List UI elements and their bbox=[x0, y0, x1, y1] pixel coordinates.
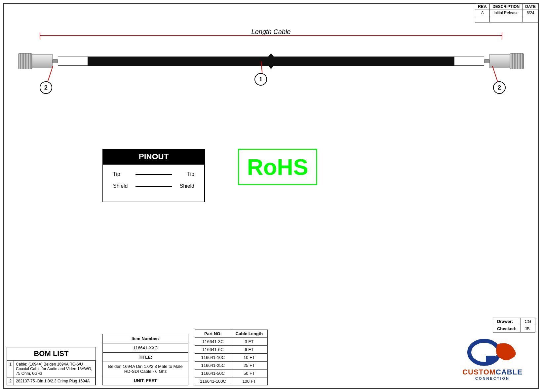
bom-desc-2: 282137-75 -Din 1.0/2.3 Crimp Plug 1694A bbox=[14, 377, 96, 385]
drawer-value: CG bbox=[521, 318, 535, 325]
item-box: Item Number: 116641-XXC TITLE: Belden 16… bbox=[102, 334, 188, 385]
callout-2-right-circle: 2 bbox=[493, 81, 506, 94]
pinout-box: PINOUT Tip Tip Shield Shield bbox=[102, 149, 205, 202]
desc-header: DESCRIPTION bbox=[490, 4, 523, 10]
part-row-50c: 116641-50C 50 FT bbox=[195, 370, 268, 377]
cable-assembly bbox=[18, 53, 524, 69]
callout-2-right: 2 bbox=[479, 66, 506, 94]
item-number-label: Item Number: bbox=[103, 334, 188, 343]
cable-length-header: Cable Length bbox=[231, 330, 267, 338]
title-value: Belden 1694A Din 1.0/2.3 Male to Male HD… bbox=[103, 362, 188, 376]
logo-graphic bbox=[466, 337, 519, 367]
part-50c: 116641-50C bbox=[195, 370, 231, 377]
bom-title: BOM LIST bbox=[7, 347, 96, 360]
pinout-tip-right: Tip bbox=[174, 171, 194, 177]
right-connector-tip bbox=[484, 59, 489, 63]
bom-num-1: 1 bbox=[7, 361, 14, 377]
pinout-content: Tip Tip Shield Shield bbox=[103, 165, 204, 202]
part-number-table: Part NO: Cable Length 116641-3C 3 FT 116… bbox=[195, 330, 268, 385]
info-table: Drawer: CG Checked: JB bbox=[493, 318, 535, 333]
part-25c: 116641-25C bbox=[195, 362, 231, 370]
join-notch-top bbox=[268, 53, 274, 57]
pinout-title: PINOUT bbox=[103, 149, 204, 165]
rev-a: A bbox=[475, 10, 490, 16]
length-50c: 50 FT bbox=[231, 370, 267, 377]
right-tick bbox=[502, 32, 502, 39]
length-25c: 25 FT bbox=[231, 362, 267, 370]
item-number-value: 116641-XXC bbox=[103, 343, 188, 353]
part-row-25c: 116641-25C 25 FT bbox=[195, 362, 268, 370]
length-label: Length Cable bbox=[252, 28, 291, 36]
rev-a-desc: Initial Release bbox=[490, 10, 523, 16]
right-knurled-nut bbox=[510, 53, 524, 69]
right-white-stripe bbox=[454, 57, 484, 66]
checked-value: JB bbox=[521, 325, 535, 333]
left-white-stripe bbox=[58, 57, 88, 66]
rev-empty-date bbox=[523, 16, 539, 22]
logo-text: CUSTOMCABLE bbox=[462, 368, 523, 376]
svg-rect-4 bbox=[486, 356, 496, 362]
logo-custom: CUSTOM bbox=[462, 368, 496, 376]
callout-1-circle: 1 bbox=[254, 73, 267, 86]
bom-desc-1: Cable: (1694A) Belden 1694A RG-6/U Coaxi… bbox=[14, 361, 96, 377]
part-10c: 116641-10C bbox=[195, 354, 231, 362]
bom-table: 1 Cable: (1694A) Belden 1694A RG-6/U Coa… bbox=[7, 360, 96, 385]
part-3c: 116641-3C bbox=[195, 338, 231, 346]
title-label: TITLE: bbox=[103, 353, 188, 362]
length-3c: 3 FT bbox=[231, 338, 267, 346]
logo-area: CUSTOMCABLE CONNECTION bbox=[449, 333, 535, 385]
part-6c: 116641-6C bbox=[195, 346, 231, 354]
bom-num-2: 2 bbox=[7, 377, 14, 385]
pinout-tip-wire bbox=[136, 174, 172, 175]
callout-2-left: 2 bbox=[40, 66, 66, 94]
rohs-text: RoHS bbox=[247, 156, 308, 178]
rev-empty-desc bbox=[490, 16, 523, 22]
rohs-badge: RoHS bbox=[238, 149, 317, 185]
rev-empty bbox=[475, 16, 490, 22]
pinout-shield-row: Shield Shield bbox=[113, 183, 194, 189]
left-connector-tip bbox=[53, 59, 58, 63]
pinout-tip-row: Tip Tip bbox=[113, 171, 194, 177]
bom-box: BOM LIST 1 Cable: (1694A) Belden 1694A R… bbox=[7, 347, 96, 385]
date-header: DATE bbox=[523, 4, 539, 10]
part-row-3c: 116641-3C 3 FT bbox=[195, 338, 268, 346]
checked-label: Checked: bbox=[493, 325, 521, 333]
pinout-tip-left: Tip bbox=[113, 171, 133, 177]
revision-table: REV. DESCRIPTION DATE A Initial Release … bbox=[475, 3, 539, 22]
length-100c: 100 FT bbox=[231, 377, 267, 385]
drawer-label: Drawer: bbox=[493, 318, 521, 325]
bom-row-1: 1 Cable: (1694A) Belden 1694A RG-6/U Coa… bbox=[7, 361, 96, 377]
rev-header: REV. bbox=[475, 4, 490, 10]
length-6c: 6 FT bbox=[231, 346, 267, 354]
pinout-shield-left: Shield bbox=[113, 183, 133, 189]
callout-2-left-circle: 2 bbox=[40, 81, 52, 94]
length-10c: 10 FT bbox=[231, 354, 267, 362]
left-knurled-nut bbox=[18, 53, 32, 69]
part-no-header: Part NO: bbox=[195, 330, 231, 338]
bom-row-2: 2 282137-75 -Din 1.0/2.3 Crimp Plug 1694… bbox=[7, 377, 96, 385]
svg-rect-5 bbox=[489, 362, 492, 364]
callout-1-center: 1 bbox=[254, 61, 271, 86]
logo-connection: CONNECTION bbox=[475, 376, 510, 380]
rev-a-date: 6/24 bbox=[523, 10, 539, 16]
pinout-shield-wire bbox=[136, 186, 172, 187]
pinout-shield-right: Shield bbox=[174, 183, 194, 189]
left-cable-black bbox=[88, 57, 267, 66]
part-100c: 116641-100C bbox=[195, 377, 231, 385]
part-row-10c: 116641-10C 10 FT bbox=[195, 354, 268, 362]
length-arrow-container: Length Cable bbox=[40, 28, 502, 45]
part-row-100c: 116641-100C 100 FT bbox=[195, 377, 268, 385]
logo-cable: CABLE bbox=[496, 368, 523, 376]
left-tick bbox=[40, 32, 40, 39]
unit-label: UNIT: FEET bbox=[103, 376, 188, 385]
part-row-6c: 116641-6C 6 FT bbox=[195, 346, 268, 354]
right-cable-black bbox=[275, 57, 454, 66]
